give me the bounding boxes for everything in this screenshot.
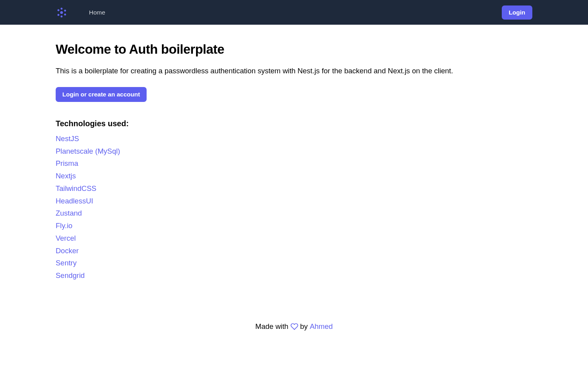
main-container: Welcome to Auth boilerplate This is a bo… — [56, 25, 532, 331]
heart-icon — [290, 323, 298, 330]
tech-link-planetscale[interactable]: Planetscale (MySql) — [56, 147, 120, 155]
footer-author-link[interactable]: Ahmed — [310, 322, 333, 331]
svg-point-5 — [64, 9, 66, 11]
login-button[interactable]: Login — [502, 5, 532, 20]
footer-prefix: Made with — [255, 322, 288, 331]
page-description: This is a boilerplate for creating a pas… — [56, 65, 532, 76]
tech-link-docker[interactable]: Docker — [56, 247, 79, 255]
nav-home-link[interactable]: Home — [89, 9, 105, 16]
tech-link-sentry[interactable]: Sentry — [56, 259, 76, 267]
svg-point-2 — [61, 7, 63, 9]
svg-point-4 — [61, 15, 63, 17]
navbar-left: Home — [56, 7, 105, 18]
technologies-list: NestJS Planetscale (MySql) Prisma Nextjs… — [56, 133, 532, 281]
tech-link-flyio[interactable]: Fly.io — [56, 221, 73, 230]
page-title: Welcome to Auth boilerplate — [56, 42, 532, 57]
tech-link-nextjs[interactable]: Nextjs — [56, 172, 76, 180]
tech-link-vercel[interactable]: Vercel — [56, 234, 76, 242]
tech-link-tailwindcss[interactable]: TailwindCSS — [56, 184, 96, 192]
login-create-account-button[interactable]: Login or create an account — [56, 87, 147, 102]
svg-point-0 — [58, 9, 60, 11]
tech-link-headlessui[interactable]: HeadlessUI — [56, 197, 93, 205]
tech-link-nestjs[interactable]: NestJS — [56, 134, 79, 143]
tech-link-zustand[interactable]: Zustand — [56, 209, 82, 217]
technologies-heading: Technologies used: — [56, 119, 532, 128]
svg-point-1 — [58, 14, 60, 16]
svg-point-6 — [64, 13, 66, 15]
tech-link-prisma[interactable]: Prisma — [56, 159, 78, 167]
footer: Made with by Ahmed — [56, 322, 532, 331]
footer-suffix: by — [300, 322, 308, 331]
svg-point-3 — [60, 11, 63, 14]
logo-icon[interactable] — [56, 7, 67, 18]
navbar: Home Login — [0, 0, 588, 25]
tech-link-sendgrid[interactable]: Sendgrid — [56, 271, 85, 279]
